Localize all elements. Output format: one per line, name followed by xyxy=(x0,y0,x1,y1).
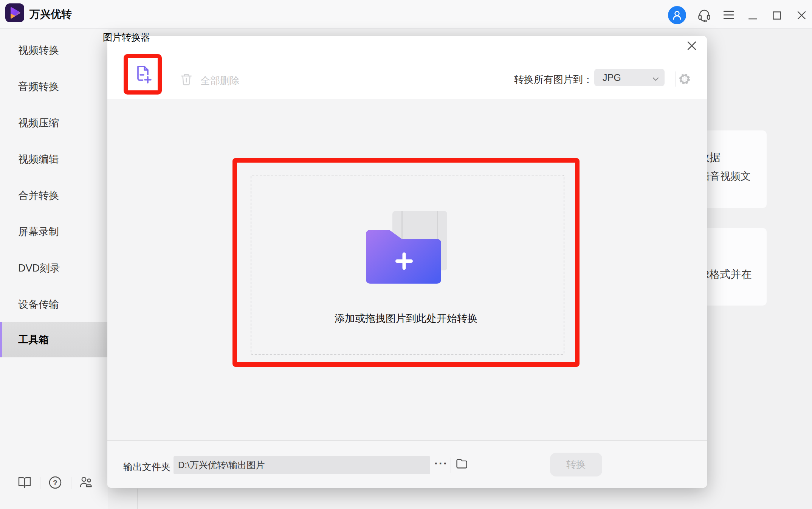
account-avatar[interactable] xyxy=(668,6,686,24)
annotation-red-box-dropzone xyxy=(232,158,580,367)
dialog-footer: 输出文件夹： ··· 转换 xyxy=(107,440,707,488)
content-divider xyxy=(137,489,138,509)
output-folder-label: 输出文件夹： xyxy=(123,461,180,473)
sidebar-item-audio-convert[interactable]: 音频转换 xyxy=(0,69,108,104)
minimize-button[interactable] xyxy=(748,14,757,21)
close-window-button[interactable] xyxy=(797,11,806,21)
dialog-content: 添加或拖拽图片到此处开始转换 xyxy=(107,99,707,440)
convert-all-to-label: 转换所有图片到： xyxy=(514,73,593,86)
image-converter-dialog: 全部删除 转换所有图片到： JPG xyxy=(107,36,707,488)
add-files-button[interactable] xyxy=(134,65,152,84)
background-card-text: R格式并在 xyxy=(702,267,752,282)
format-dropdown[interactable]: JPG xyxy=(594,69,665,86)
affiliate-users-icon[interactable] xyxy=(79,476,93,491)
guide-book-icon[interactable] xyxy=(17,476,32,491)
sidebar-footer-divider xyxy=(71,477,71,489)
toolbar-divider xyxy=(675,71,676,87)
help-icon[interactable]: ? xyxy=(48,476,62,491)
titlebar-divider xyxy=(766,9,766,21)
sidebar-item-dvd-burn[interactable]: DVD刻录 xyxy=(0,251,108,286)
app-logo-icon xyxy=(5,3,24,22)
background-card-text: 辑音视频文 xyxy=(700,169,751,183)
app-title: 万兴优转 xyxy=(29,0,72,29)
chevron-down-icon xyxy=(652,76,659,83)
browse-more-button[interactable]: ··· xyxy=(432,457,451,473)
sidebar-item-video-edit[interactable]: 视频编辑 xyxy=(0,142,108,177)
open-folder-icon[interactable] xyxy=(456,458,468,470)
sidebar-item-screen-record[interactable]: 屏幕录制 xyxy=(0,214,108,249)
sidebar-item-video-compress[interactable]: 视频压缩 xyxy=(0,106,108,140)
footer-divider xyxy=(451,458,451,473)
maximize-button[interactable] xyxy=(773,11,781,21)
sidebar-item-device-transfer[interactable]: 设备传输 xyxy=(0,287,108,322)
svg-text:?: ? xyxy=(53,479,57,487)
app-window: 万兴优转 xyxy=(0,0,812,509)
annotation-red-box-add-files xyxy=(124,54,162,95)
dialog-toolbar: 全部删除 转换所有图片到： JPG xyxy=(107,36,707,99)
delete-all-icon[interactable] xyxy=(180,73,193,88)
title-bar: 万兴优转 xyxy=(0,0,812,29)
support-headset-icon[interactable] xyxy=(697,8,711,24)
output-path-input[interactable] xyxy=(174,456,430,474)
format-dropdown-value: JPG xyxy=(603,69,621,86)
sidebar-item-toolbox[interactable]: 工具箱 xyxy=(0,322,108,357)
dialog-title: 图片转换器 xyxy=(103,31,150,43)
convert-button[interactable]: 转换 xyxy=(550,453,602,476)
sidebar-item-video-convert[interactable]: 视频转换 xyxy=(0,33,108,68)
titlebar-divider xyxy=(737,9,737,21)
close-dialog-button[interactable] xyxy=(685,39,699,53)
menu-icon[interactable] xyxy=(724,11,734,21)
sidebar-item-merge-convert[interactable]: 合并转换 xyxy=(0,178,108,213)
toolbar-divider xyxy=(177,71,177,87)
settings-gear-icon[interactable] xyxy=(678,72,691,87)
delete-all-label[interactable]: 全部删除 xyxy=(200,74,240,87)
sidebar-footer-divider xyxy=(40,477,40,489)
